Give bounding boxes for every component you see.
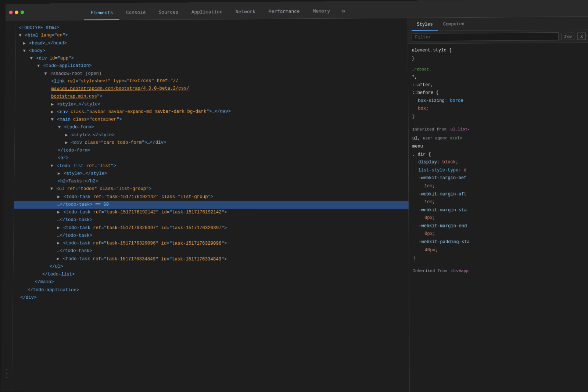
dom-line: </div> <box>13 294 409 303</box>
dom-line: </todo-list> <box>13 271 409 280</box>
sidebar-dots: ··· <box>4 368 10 380</box>
hov-button[interactable]: :hov <box>562 33 575 40</box>
dom-line: <ul ref="todos" class="list-group"> <box>14 185 409 193</box>
cls-button[interactable]: .c <box>577 33 586 40</box>
inherited-label: Inherited from ul.list- <box>412 126 587 133</box>
dom-line: </ul> <box>13 263 409 271</box>
collapse-arrow[interactable] <box>51 117 54 122</box>
styles-tabs: Styles Computed <box>408 17 588 31</box>
collapse-arrow[interactable] <box>50 187 53 192</box>
collapse-arrow[interactable] <box>50 163 53 169</box>
dom-line: <todo-task ref="task-1517176329096" id="… <box>14 240 409 248</box>
dom-line: <todo-task ref="task-1517176192142" clas… <box>14 193 408 201</box>
collapse-arrow[interactable] <box>57 194 60 199</box>
tab-application[interactable]: Application <box>185 6 229 19</box>
tab-performance[interactable]: Performance <box>262 5 306 19</box>
dom-line: …</todo-task> <box>14 216 409 224</box>
css-source: _reboot. <box>412 65 586 73</box>
styles-panel: Styles Computed :hov .c element.style { <box>408 17 588 392</box>
tab-sources[interactable]: Sources <box>152 6 185 19</box>
dom-line: </todo-form> <box>15 146 408 155</box>
dom-line: <todo-form> <box>15 123 408 132</box>
dom-panel[interactable]: <!DOCTYPE html> <html lang="en"> <head>…… <box>12 18 409 392</box>
element-style-rule: element.style { } <box>412 46 586 63</box>
dom-line-selected: …</todo-task> == $0 <box>14 201 408 209</box>
collapse-arrow[interactable] <box>51 102 54 107</box>
collapse-arrow[interactable] <box>57 225 60 230</box>
collapse-arrow[interactable] <box>19 33 21 38</box>
dom-line: <style>…</style> <box>14 169 408 177</box>
maximize-button[interactable] <box>21 11 24 14</box>
tab-more-button[interactable]: » <box>337 4 351 18</box>
tab-elements[interactable]: Elements <box>84 7 119 20</box>
dom-line: …</todo-task> <box>14 247 409 256</box>
dom-line: …</todo-task> <box>14 232 409 240</box>
inherited-section-2: Inherited from div#app <box>413 267 588 275</box>
inherited-label-2: Inherited from div#app <box>413 267 588 275</box>
collapse-arrow[interactable] <box>51 109 54 115</box>
tab-network[interactable]: Network <box>229 6 262 19</box>
collapse-arrow[interactable] <box>30 56 33 61</box>
window-controls <box>6 3 85 21</box>
tab-computed[interactable]: Computed <box>438 19 470 30</box>
collapse-arrow[interactable] <box>23 48 25 54</box>
close-button[interactable] <box>9 11 13 14</box>
minimize-button[interactable] <box>15 11 18 14</box>
dom-line: <todo-task ref="task-1517176192142" id="… <box>14 209 409 217</box>
tab-styles[interactable]: Styles <box>412 19 438 31</box>
universal-rule: _reboot. *, ::after, ::before { box-sizi… <box>412 65 587 121</box>
collapse-arrow[interactable] <box>57 256 60 262</box>
tab-memory[interactable]: Memory <box>306 5 337 18</box>
collapse-arrow[interactable] <box>65 140 68 145</box>
dom-line: <h2>Tasks:</h2> <box>14 177 408 186</box>
collapse-arrow[interactable] <box>58 171 61 176</box>
dom-line: <div class="card todo-form">…</div> <box>15 138 408 147</box>
collapse-arrow[interactable] <box>37 64 40 69</box>
collapse-arrow[interactable] <box>58 125 61 130</box>
styles-content[interactable]: element.style { } _reboot. *, ::afte <box>408 43 588 392</box>
dom-line: <hr> <box>15 154 408 162</box>
dom-line: <style>…</style> <box>15 130 408 139</box>
collapse-arrow[interactable] <box>44 71 47 76</box>
main-layout: ··· <!DOCTYPE html> <html lang="en"> <he… <box>1 17 588 392</box>
filter-input[interactable] <box>412 32 558 42</box>
inherited-section: Inherited from ul.list- ul, user agent s… <box>412 126 588 263</box>
collapse-arrow[interactable] <box>65 133 68 138</box>
dom-line: <todo-task ref="task-1517176320397" id="… <box>14 224 409 232</box>
dom-line: <todo-list ref="list"> <box>14 162 408 170</box>
tab-console[interactable]: Console <box>119 6 152 20</box>
dom-line: </todo-application> <box>13 286 409 295</box>
collapse-arrow[interactable] <box>57 210 60 215</box>
dom-line: <todo-task ref="task-1517176334849" id="… <box>14 255 409 264</box>
css-selector: element.style { <box>412 46 586 55</box>
collapse-arrow[interactable] <box>57 241 60 246</box>
collapse-arrow[interactable] <box>23 41 26 46</box>
styles-filter-bar: :hov .c <box>408 30 588 44</box>
